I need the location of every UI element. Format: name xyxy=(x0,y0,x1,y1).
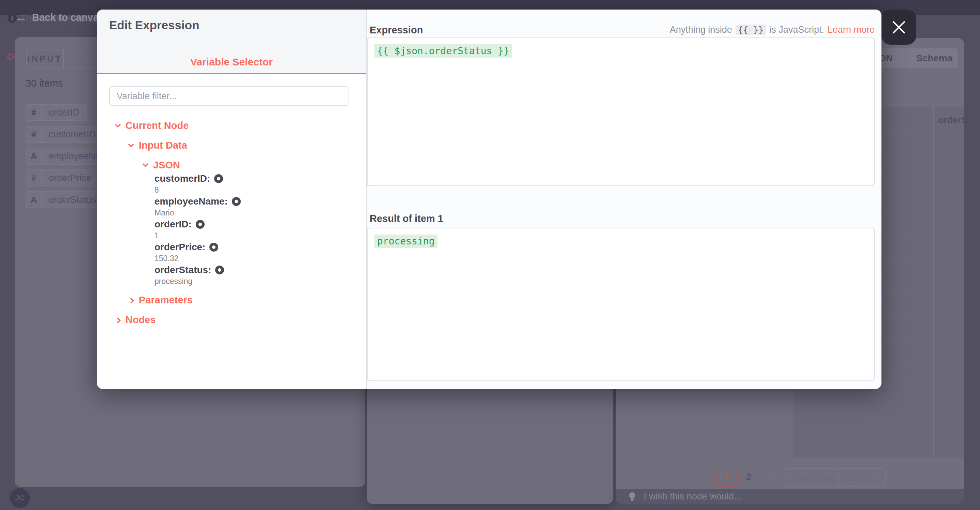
number-type-icon: # xyxy=(26,105,42,120)
tree-field-value: 1 xyxy=(154,231,159,240)
learn-more-link[interactable]: Learn more xyxy=(827,25,875,35)
result-viewer: processing xyxy=(367,228,875,381)
schema-pill-orderprice[interactable]: # orderPrice xyxy=(25,170,99,186)
feedback-placeholder: I wish this node would... xyxy=(644,491,741,502)
expression-code: {{ $json.orderStatus }} xyxy=(374,44,512,57)
chevron-down-icon xyxy=(872,474,876,480)
string-type-icon: A xyxy=(26,148,42,164)
tree-field-orderprice[interactable]: orderPrice: xyxy=(154,242,218,253)
back-to-canvas-label: Back to canvas xyxy=(32,12,104,23)
schema-pill-orderstatus[interactable]: A orderStatus xyxy=(25,191,104,208)
chevron-down-icon xyxy=(115,121,121,127)
page-size-label: Page Size xyxy=(785,469,839,487)
expression-panel: Expression Anything inside {{ }} is Java… xyxy=(367,10,881,389)
chevron-right-icon xyxy=(767,473,773,479)
tree-item-json[interactable]: JSON xyxy=(143,160,180,171)
schema-pill-orderid[interactable]: # orderID xyxy=(25,104,87,121)
drag-dot-icon[interactable] xyxy=(214,174,223,183)
schema-pill-customerid[interactable]: # customerID xyxy=(25,126,103,143)
variable-selector-panel: Edit Expression Variable Selector Curren… xyxy=(97,10,367,389)
pagination-page-2[interactable]: 2 xyxy=(741,467,756,487)
result-value: processing xyxy=(374,235,438,248)
drag-dot-icon[interactable] xyxy=(215,265,224,275)
variable-filter-input[interactable] xyxy=(109,86,348,106)
schema-field-row: # orderPrice xyxy=(25,170,99,186)
tree-item-nodes[interactable]: Nodes xyxy=(116,314,156,326)
schema-field-row: # orderID 1 xyxy=(25,104,101,121)
chevron-right-icon xyxy=(128,298,134,304)
tab-schema[interactable]: Schema xyxy=(916,53,952,64)
modal-title: Edit Expression xyxy=(109,18,199,32)
input-connector-icon xyxy=(7,53,14,60)
chevron-down-icon xyxy=(142,161,148,167)
tree-field-customerid[interactable]: customerID: xyxy=(154,173,223,184)
edit-expression-modal: Edit Expression Variable Selector Curren… xyxy=(97,10,881,389)
pagination-next-button[interactable] xyxy=(768,473,772,479)
back-to-canvas-button[interactable]: ← Back to canvas xyxy=(15,11,104,24)
expression-editor[interactable]: {{ $json.orderStatus }} xyxy=(367,38,875,186)
items-count: 30 items xyxy=(25,78,63,89)
modal-header: Edit Expression Variable Selector xyxy=(97,10,366,74)
result-heading: Result of item 1 xyxy=(370,213,443,224)
n8n-ndv-screen: This n8n instance is i ← Back to canvas … xyxy=(0,0,980,510)
tree-item-current-node[interactable]: Current Node xyxy=(116,120,189,131)
chevron-down-icon xyxy=(128,141,134,147)
schema-field-row: A orderStatus xyxy=(25,191,104,208)
braces-chip: {{ }} xyxy=(735,25,766,35)
page-size-control[interactable]: Page Size 10 xyxy=(784,469,886,487)
tree-field-orderstatus[interactable]: orderStatus: xyxy=(154,265,224,275)
tree-field-value: processing xyxy=(154,277,192,286)
close-modal-button[interactable] xyxy=(881,10,916,44)
chevron-right-icon xyxy=(115,318,121,324)
tree-field-orderid[interactable]: orderID: xyxy=(154,219,205,230)
number-type-icon: # xyxy=(26,127,42,142)
schema-field-row: # customerID xyxy=(25,126,103,143)
tree-field-value: 8 xyxy=(154,186,159,195)
tree-field-value: Mario xyxy=(154,208,174,218)
expression-heading: Expression xyxy=(370,25,423,36)
close-icon xyxy=(892,20,906,35)
lightbulb-icon xyxy=(627,492,637,502)
page-size-value: 10 xyxy=(847,472,857,483)
back-arrow-icon: ← xyxy=(15,11,27,24)
node-feedback-bar[interactable]: I wish this node would... xyxy=(616,489,964,504)
tree-field-value: 150.32 xyxy=(154,254,178,263)
tree-item-input-data[interactable]: Input Data xyxy=(129,140,187,151)
user-avatar[interactable]: JC xyxy=(10,488,30,508)
expression-hint: Anything inside {{ }} is JavaScript. Lea… xyxy=(670,25,875,35)
tree-field-employeename[interactable]: employeeName: xyxy=(154,196,241,207)
column-header-orderstatus: orderStatus xyxy=(938,107,964,133)
string-type-icon: A xyxy=(26,192,42,208)
number-type-icon: # xyxy=(26,170,42,186)
pagination-page-1[interactable]: 1 xyxy=(716,467,737,487)
tab-variable-selector[interactable]: Variable Selector xyxy=(97,56,366,68)
drag-dot-icon[interactable] xyxy=(196,220,205,229)
drag-dot-icon[interactable] xyxy=(209,243,218,252)
tab-input[interactable]: INPUT xyxy=(27,49,64,68)
drag-dot-icon[interactable] xyxy=(232,197,241,206)
tree-item-parameters[interactable]: Parameters xyxy=(129,294,192,306)
